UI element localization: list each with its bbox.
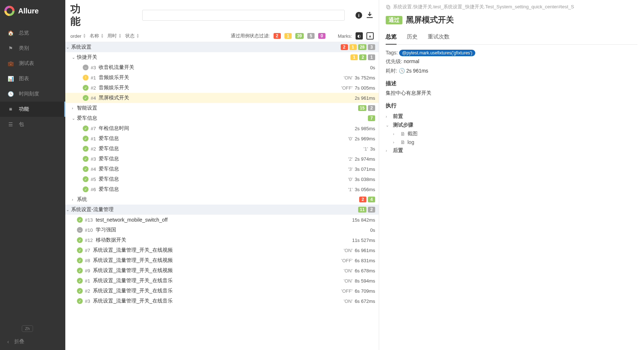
filter-label: 通过用例状态过滤: (231, 33, 270, 39)
search-input[interactable] (142, 10, 345, 21)
case-id: #1 (91, 136, 96, 141)
case-id: #1 (85, 278, 90, 284)
tree-case[interactable]: –#3收音机流量开关0s (65, 62, 379, 73)
tree-group[interactable]: ⌄爱车信息7 (65, 113, 379, 123)
tree-case[interactable]: ✓#3系统设置_流量管理_开关_在线音乐'ON'6s 672ms (65, 296, 379, 306)
tree-case[interactable]: ✓#7年检信息时间2s 985ms (65, 123, 379, 133)
count-badge: 28 (358, 44, 366, 50)
tree-group[interactable]: ⌄系统设置21283 (65, 42, 379, 52)
filter-passed[interactable]: 39 (295, 33, 304, 39)
tab-history[interactable]: 历史 (407, 31, 418, 44)
case-id: #7 (91, 126, 96, 131)
nav-item-chart[interactable]: 📊图表 (0, 71, 65, 86)
test-tree: ⌄系统设置21283⌄快捷开关121–#3收音机流量开关0s!#1音频娱乐开关'… (65, 42, 379, 350)
tree-case[interactable]: ✓#1爱车信息'0'2s 969ms (65, 133, 379, 144)
status-pass-icon: ✓ (77, 258, 83, 263)
filter-skipped[interactable]: 5 (307, 33, 315, 39)
case-id: #3 (85, 298, 90, 304)
chevron-right-icon: › (72, 106, 77, 110)
sorter-row: order▲▼ 名称▲▼ 用时▲▼ 状态▲▼ 通过用例状态过滤: 2 1 39 … (65, 30, 379, 42)
nav-item-bars[interactable]: ☰包 (0, 117, 65, 132)
tree-case[interactable]: ✓#12移动数据开关11s 527ms (65, 235, 379, 245)
tree-case[interactable]: ✓#8系统设置_流量管理_开关_在线视频'OFF'6s 831ms (65, 255, 379, 265)
tree-group[interactable]: ⌄快捷开关121 (65, 52, 379, 62)
nav-item-home[interactable]: 🏠总览 (0, 25, 65, 41)
tree-group[interactable]: ›系统24 (65, 194, 379, 205)
filter-unknown[interactable]: 0 (318, 33, 325, 39)
tree-case[interactable]: ✓#7系统设置_流量管理_开关_在线视频'ON'6s 961ms (65, 245, 379, 255)
tree-case[interactable]: ✓#2爱车信息'1'3s (65, 144, 379, 154)
sort-order[interactable]: order▲▼ (70, 33, 86, 39)
home-icon: 🏠 (7, 30, 14, 36)
chevron-left-icon: ‹ (7, 339, 9, 345)
nav-label: 时间刻度 (19, 91, 39, 97)
nav-item-briefcase[interactable]: 💼测试表 (0, 56, 65, 71)
after-section[interactable]: ›后置 (386, 146, 637, 155)
download-icon[interactable] (366, 11, 374, 19)
tab-overview[interactable]: 总览 (386, 31, 397, 45)
tree-case[interactable]: ✓#2系统设置_流量管理_开关_在线音乐'OFF'6s 709ms (65, 286, 379, 296)
case-name: 黑屏模式开关 (99, 95, 352, 101)
tree-case[interactable]: ✓#2音频娱乐开关'OFF'7s 005ms (65, 83, 379, 93)
tree-group[interactable]: ›智能设置152 (65, 103, 379, 113)
tab-retries[interactable]: 重试次数 (428, 31, 450, 44)
copy-icon[interactable] (386, 4, 391, 9)
status-pass-icon: ✓ (77, 278, 83, 284)
logo[interactable]: Allure (0, 0, 65, 22)
sort-name[interactable]: 名称▲▼ (90, 33, 104, 39)
list-icon: ≡ (7, 106, 14, 112)
step-item[interactable]: ›🗎log (386, 138, 637, 146)
filter-broken[interactable]: 1 (284, 33, 292, 39)
mark-flaky[interactable]: ◐ (356, 32, 363, 40)
status-badge: 通过 (386, 16, 402, 24)
step-item[interactable]: ›🗎截图 (386, 129, 637, 138)
count-badge: 1 (349, 44, 357, 50)
case-name: 爱车信息 (99, 135, 348, 142)
tree-case[interactable]: ✓#13test_network_mobile_switch_off15s 84… (65, 215, 379, 225)
sidebar: Allure 🏠总览⚑类别💼测试表📊图表🕓时间刻度≡功能☰包 Zh ‹ 折叠 (0, 0, 65, 350)
mark-new[interactable]: ▲ (366, 32, 374, 40)
chevron-right-icon: › (393, 132, 398, 136)
case-id: #1 (91, 75, 96, 81)
tree-case[interactable]: ✓#1系统设置_流量管理_开关_在线音乐'ON'8s 594ms (65, 276, 379, 286)
filter-failed[interactable]: 2 (274, 33, 281, 39)
info-icon[interactable]: i (355, 11, 363, 19)
nav-item-list[interactable]: ≡功能 (0, 102, 65, 117)
status-pass-icon: ✓ (83, 146, 89, 152)
steps-section[interactable]: ⌄测试步骤 (386, 121, 637, 129)
tree-case[interactable]: ✓#4爱车信息'3'3s 071ms (65, 164, 379, 174)
language-selector[interactable]: Zh (22, 325, 33, 332)
nav-item-clock[interactable]: 🕓时间刻度 (0, 86, 65, 102)
count-badge: 1 (368, 54, 375, 60)
case-name: 系统设置_流量管理_开关_在线音乐 (93, 298, 344, 304)
tree-case[interactable]: !#1音频娱乐开关'ON'3s 752ms (65, 73, 379, 83)
case-name: 系统设置_流量管理_开关_在线视频 (93, 247, 344, 254)
tree-case[interactable]: ✓#4黑屏模式开关2s 961ms (65, 93, 379, 103)
case-id: #3 (91, 65, 96, 70)
case-duration: 6s 672ms (355, 298, 375, 304)
tag-pill[interactable]: @pytest.mark.usefixtures('gfixtures') (399, 50, 475, 56)
file-icon: 🗎 (400, 139, 405, 145)
sort-status[interactable]: 状态▲▼ (125, 33, 139, 39)
case-id: #13 (85, 217, 93, 223)
svg-rect-2 (386, 5, 389, 8)
tree-group[interactable]: ⌄系统设置-流量管理112 (65, 205, 379, 215)
tree-case[interactable]: ✓#9系统设置_流量管理_开关_在线视频'ON'6s 678ms (65, 265, 379, 276)
case-param: 'ON' (344, 75, 352, 81)
case-duration: 2s 969ms (355, 136, 375, 141)
case-id: #6 (91, 187, 96, 192)
collapse-sidebar[interactable]: ‹ 折叠 (7, 338, 58, 345)
nav-item-flag[interactable]: ⚑类别 (0, 41, 65, 56)
tree-case[interactable]: –#10学习强国0s (65, 225, 379, 235)
before-section[interactable]: ›前置 (386, 112, 637, 121)
allure-logo-icon (4, 6, 15, 16)
tree-case[interactable]: ✓#5爱车信息'0'3s 038ms (65, 174, 379, 184)
sort-duration[interactable]: 用时▲▼ (107, 33, 122, 39)
tree-case[interactable]: ✓#3爱车信息'2'2s 974ms (65, 154, 379, 164)
case-param: 'ON' (344, 268, 352, 273)
tree-case[interactable]: ✓#6爱车信息'1'3s 056ms (65, 184, 379, 194)
case-name: 系统设置_流量管理_开关_在线视频 (93, 267, 344, 274)
nav-label: 类别 (19, 45, 29, 52)
case-duration: 3s (370, 146, 375, 152)
status-pass-icon: ✓ (83, 136, 89, 141)
